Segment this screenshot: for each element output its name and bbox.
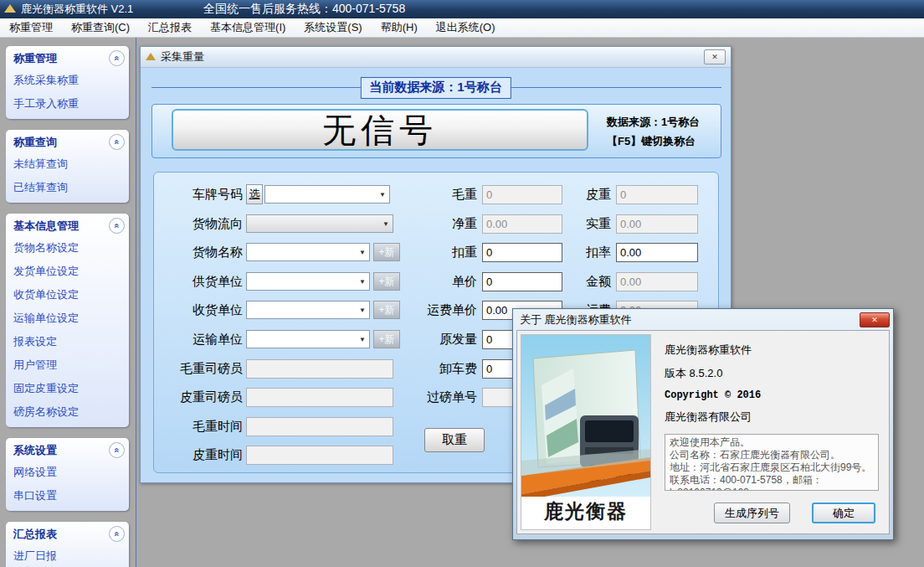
sidebar-item[interactable]: 系统采集称重 [6, 70, 129, 93]
switch-scale-hint: 【F5】键切换称台 [607, 131, 700, 151]
app-logo-icon [4, 4, 16, 14]
product-name: 鹿光衡器称重软件 [665, 343, 879, 358]
app-title: 鹿光衡器称重软件 V2.1 [21, 2, 133, 17]
form-row: 毛重司磅员 [159, 358, 393, 379]
sidebar-section-header: 系统设置« [6, 438, 129, 461]
menu-item-4[interactable]: 基本信息管理(I) [201, 18, 295, 38]
sidebar-item[interactable]: 磅房名称设定 [6, 401, 129, 425]
form-row: 货物流向 [159, 213, 393, 235]
form-row: 扣重 [360, 241, 562, 263]
field-label: 原发量 [360, 332, 477, 348]
field-combo[interactable] [246, 301, 370, 319]
form-row: 净重 [360, 213, 562, 235]
close-icon[interactable] [704, 49, 726, 64]
field-label: 过磅单号 [360, 389, 477, 405]
field-label: 车牌号码 [159, 187, 243, 203]
truck-photo: 鹿光衡器 [521, 334, 651, 530]
sidebar-section-title: 系统设置 [13, 443, 57, 458]
source-info: 数据来源：1号称台 【F5】键切换称台 [607, 112, 700, 151]
sidebar-item[interactable]: 已结算查询 [6, 177, 129, 200]
field-label: 运输单位 [159, 332, 243, 348]
form-row: 毛重 [360, 183, 562, 205]
menu-item-1[interactable]: 称重管理 [0, 18, 62, 38]
chevron-up-icon: « [112, 447, 121, 452]
form-row: 皮重时间 [159, 444, 393, 466]
sidebar-item[interactable]: 未结算查询 [6, 153, 129, 177]
form-row: 毛重时间 [159, 415, 393, 437]
field-label: 毛重司磅员 [159, 361, 243, 377]
readonly-field [246, 446, 393, 465]
about-dialog-title: 关于 鹿光衡器称重软件 [520, 312, 632, 327]
sidebar-item[interactable]: 固定皮重设定 [6, 378, 129, 401]
about-dialog-body: 鹿光衡器 鹿光衡器称重软件 版本 8.5.2.0 Copyright © 201… [516, 330, 890, 534]
form-row: 单价 [360, 271, 562, 292]
sidebar-item[interactable]: 发货单位设定 [6, 260, 129, 284]
sidebar-item[interactable]: 报表设定 [6, 331, 129, 354]
field-label: 单价 [360, 274, 477, 290]
field-label: 皮重司磅员 [159, 389, 243, 405]
field-label: 供货单位 [159, 274, 243, 290]
field-combo[interactable] [246, 243, 370, 261]
sidebar: 称重管理«系统采集称重手工录入称重称重查询«未结算查询已结算查询基本信息管理«货… [0, 38, 136, 567]
sidebar-section-header: 称重管理« [6, 46, 129, 70]
field-combo[interactable] [246, 330, 370, 348]
no-signal-display: 无信号 [172, 109, 588, 151]
weight-field [616, 272, 698, 291]
mdi-workspace: 采集重量 当前数据来源：1号称台 无信号 数据来源：1号称台 【F5】键切换称台… [136, 38, 924, 567]
about-dialog-titlebar[interactable]: 关于 鹿光衡器称重软件 [516, 309, 890, 330]
menu-item-2[interactable]: 称重查询(C) [62, 18, 139, 38]
sidebar-item[interactable]: 运输单位设定 [6, 307, 129, 331]
field-label: 实重 [536, 216, 611, 232]
menu-item-3[interactable]: 汇总报表 [139, 18, 201, 38]
menu-item-6[interactable]: 帮助(H) [372, 18, 427, 38]
sidebar-item[interactable]: 进厂日报 [6, 545, 129, 567]
ok-button[interactable]: 确定 [812, 503, 875, 523]
sidebar-section-header: 汇总报表« [6, 522, 129, 545]
select-plate-button[interactable]: 选 [246, 184, 263, 204]
sidebar-item[interactable]: 网络设置 [6, 461, 129, 485]
sidebar-item[interactable]: 货物名称设定 [6, 237, 129, 260]
weight-field[interactable] [616, 243, 698, 262]
field-label: 收货单位 [159, 302, 243, 318]
form-row: 皮重司磅员 [159, 386, 393, 408]
field-label: 净重 [360, 216, 477, 232]
sidebar-section-header: 称重查询« [6, 130, 129, 153]
sidebar-section-3: 基本信息管理«货物名称设定发货单位设定收货单位设定运输单位设定报表设定用户管理固… [6, 214, 129, 427]
field-combo[interactable] [246, 272, 370, 291]
field-label: 毛重 [360, 187, 477, 203]
sidebar-item[interactable]: 手工录入称重 [6, 93, 129, 116]
form-row: 扣率 [536, 241, 698, 263]
menu-item-7[interactable]: 退出系统(O) [427, 18, 505, 38]
sidebar-item[interactable]: 收货单位设定 [6, 284, 129, 307]
sidebar-section-title: 称重管理 [13, 51, 57, 66]
form-row: 金额 [536, 271, 698, 292]
collapse-button[interactable]: « [109, 218, 125, 234]
field-label: 卸车费 [360, 361, 477, 377]
sidebar-section-title: 汇总报表 [13, 527, 57, 542]
field-label: 扣重 [360, 245, 477, 260]
close-icon[interactable] [860, 312, 890, 327]
field-label: 扣率 [536, 245, 611, 260]
field-label: 货物名称 [159, 245, 243, 260]
dialog-button-row: 生成序列号 确定 [665, 503, 879, 525]
about-info-column: 鹿光衡器称重软件 版本 8.5.2.0 Copyright © 2016 鹿光衡… [651, 334, 886, 530]
source-label: 数据来源：1号称台 [607, 112, 700, 131]
collapse-button[interactable]: « [109, 50, 125, 66]
titlebar: 鹿光衡器称重软件 V2.1 全国统一售后服务热线：400-071-5758 [0, 0, 924, 18]
capture-window-titlebar[interactable]: 采集重量 [141, 47, 731, 68]
chevron-up-icon: « [112, 531, 121, 536]
generate-serial-button[interactable]: 生成序列号 [714, 503, 790, 523]
sidebar-item[interactable]: 用户管理 [6, 354, 129, 378]
collapse-button[interactable]: « [109, 526, 125, 542]
sidebar-item[interactable]: 串口设置 [6, 485, 129, 508]
take-weight-button[interactable]: 取重 [424, 428, 485, 452]
collapse-button[interactable]: « [109, 134, 125, 150]
collapse-button[interactable]: « [109, 442, 125, 458]
form-row: 车牌号码选 [159, 183, 390, 205]
menu-item-5[interactable]: 系统设置(S) [295, 18, 371, 38]
sidebar-section-title: 称重查询 [13, 135, 57, 150]
form-row: 实重 [536, 213, 698, 235]
sidebar-section-title: 基本信息管理 [13, 219, 79, 234]
brand-label: 鹿光衡器 [521, 497, 650, 524]
field-label: 货物流向 [159, 216, 243, 232]
